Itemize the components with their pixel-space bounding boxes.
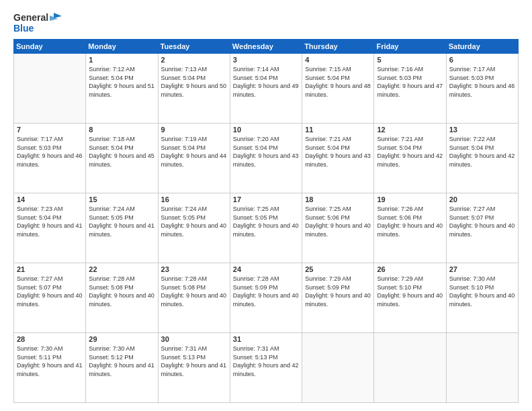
cell-daylight: Daylight: 9 hours and 42 minutes. bbox=[377, 152, 443, 168]
calendar-cell: 14 Sunrise: 7:23 AM Sunset: 5:04 PM Dayl… bbox=[14, 193, 86, 263]
calendar-cell: 10 Sunrise: 7:20 AM Sunset: 5:04 PM Dayl… bbox=[230, 124, 302, 193]
day-number: 26 bbox=[377, 265, 443, 273]
calendar-cell: 15 Sunrise: 7:24 AM Sunset: 5:05 PM Dayl… bbox=[86, 193, 158, 263]
cell-sunset: Sunset: 5:04 PM bbox=[305, 144, 350, 151]
calendar-cell: 16 Sunrise: 7:24 AM Sunset: 5:05 PM Dayl… bbox=[158, 193, 230, 263]
calendar-cell: 9 Sunrise: 7:19 AM Sunset: 5:04 PM Dayli… bbox=[158, 124, 230, 193]
cell-sunset: Sunset: 5:04 PM bbox=[305, 75, 350, 81]
day-number: 31 bbox=[233, 335, 299, 343]
cell-sunrise: Sunrise: 7:27 AM bbox=[449, 205, 496, 212]
calendar-week-row: 7 Sunrise: 7:17 AM Sunset: 5:03 PM Dayli… bbox=[14, 124, 519, 193]
cell-sunrise: Sunrise: 7:17 AM bbox=[449, 66, 496, 73]
cell-sunset: Sunset: 5:04 PM bbox=[17, 214, 62, 221]
weekday-header-saturday: Saturday bbox=[446, 40, 518, 54]
day-number: 29 bbox=[89, 335, 154, 343]
cell-sunset: Sunset: 5:03 PM bbox=[377, 75, 422, 81]
cell-sunrise: Sunrise: 7:20 AM bbox=[233, 136, 279, 142]
cell-sunrise: Sunrise: 7:29 AM bbox=[305, 275, 351, 282]
day-number: 28 bbox=[17, 335, 83, 343]
cell-sunrise: Sunrise: 7:21 AM bbox=[305, 136, 351, 142]
cell-daylight: Daylight: 9 hours and 40 minutes. bbox=[233, 222, 299, 238]
cell-sunset: Sunset: 5:06 PM bbox=[305, 214, 350, 221]
weekday-header-monday: Monday bbox=[86, 40, 158, 54]
cell-daylight: Daylight: 9 hours and 41 minutes. bbox=[161, 362, 227, 377]
cell-sunrise: Sunrise: 7:21 AM bbox=[377, 136, 423, 142]
cell-daylight: Daylight: 9 hours and 40 minutes. bbox=[161, 292, 227, 308]
weekday-header-thursday: Thursday bbox=[302, 40, 374, 54]
cell-sunset: Sunset: 5:10 PM bbox=[449, 284, 494, 291]
cell-sunrise: Sunrise: 7:30 AM bbox=[17, 345, 63, 352]
calendar-week-row: 14 Sunrise: 7:23 AM Sunset: 5:04 PM Dayl… bbox=[14, 193, 519, 263]
calendar-week-row: 1 Sunrise: 7:12 AM Sunset: 5:04 PM Dayli… bbox=[14, 54, 519, 124]
weekday-header-sunday: Sunday bbox=[14, 40, 86, 54]
calendar-cell: 30 Sunrise: 7:31 AM Sunset: 5:13 PM Dayl… bbox=[158, 333, 230, 403]
cell-daylight: Daylight: 9 hours and 40 minutes. bbox=[377, 222, 443, 238]
cell-sunrise: Sunrise: 7:30 AM bbox=[89, 345, 135, 352]
calendar-cell: 2 Sunrise: 7:13 AM Sunset: 5:04 PM Dayli… bbox=[158, 54, 230, 124]
day-number: 4 bbox=[305, 56, 371, 64]
day-number: 12 bbox=[377, 126, 443, 134]
cell-sunrise: Sunrise: 7:18 AM bbox=[89, 136, 135, 142]
calendar-cell: 27 Sunrise: 7:30 AM Sunset: 5:10 PM Dayl… bbox=[446, 263, 518, 333]
cell-sunset: Sunset: 5:03 PM bbox=[17, 144, 62, 151]
cell-sunset: Sunset: 5:08 PM bbox=[89, 284, 134, 291]
calendar-cell bbox=[302, 333, 374, 403]
cell-sunset: Sunset: 5:13 PM bbox=[161, 354, 206, 361]
calendar-cell: 7 Sunrise: 7:17 AM Sunset: 5:03 PM Dayli… bbox=[14, 124, 86, 193]
cell-sunrise: Sunrise: 7:30 AM bbox=[449, 275, 496, 282]
cell-sunrise: Sunrise: 7:22 AM bbox=[449, 136, 496, 142]
cell-sunset: Sunset: 5:11 PM bbox=[17, 354, 62, 361]
day-number: 15 bbox=[89, 195, 154, 203]
calendar-cell: 6 Sunrise: 7:17 AM Sunset: 5:03 PM Dayli… bbox=[446, 54, 518, 124]
calendar-week-row: 21 Sunrise: 7:27 AM Sunset: 5:07 PM Dayl… bbox=[14, 263, 519, 333]
calendar-table: SundayMondayTuesdayWednesdayThursdayFrid… bbox=[13, 39, 519, 403]
day-number: 21 bbox=[17, 265, 83, 273]
cell-sunset: Sunset: 5:06 PM bbox=[377, 214, 422, 221]
cell-sunset: Sunset: 5:05 PM bbox=[161, 214, 206, 221]
calendar-cell: 11 Sunrise: 7:21 AM Sunset: 5:04 PM Dayl… bbox=[302, 124, 374, 193]
day-number: 7 bbox=[17, 126, 83, 134]
calendar-cell: 8 Sunrise: 7:18 AM Sunset: 5:04 PM Dayli… bbox=[86, 124, 158, 193]
calendar-cell bbox=[14, 54, 86, 124]
logo: General Blue bbox=[13, 12, 62, 34]
cell-sunrise: Sunrise: 7:14 AM bbox=[233, 66, 279, 73]
cell-sunrise: Sunrise: 7:31 AM bbox=[233, 345, 279, 352]
cell-daylight: Daylight: 9 hours and 41 minutes. bbox=[89, 222, 154, 238]
calendar-cell: 13 Sunrise: 7:22 AM Sunset: 5:04 PM Dayl… bbox=[446, 124, 518, 193]
calendar-cell: 22 Sunrise: 7:28 AM Sunset: 5:08 PM Dayl… bbox=[86, 263, 158, 333]
cell-daylight: Daylight: 9 hours and 40 minutes. bbox=[377, 292, 443, 308]
cell-daylight: Daylight: 9 hours and 40 minutes. bbox=[305, 292, 371, 308]
day-number: 8 bbox=[89, 126, 154, 134]
cell-daylight: Daylight: 9 hours and 41 minutes. bbox=[17, 362, 83, 377]
calendar-cell: 25 Sunrise: 7:29 AM Sunset: 5:09 PM Dayl… bbox=[302, 263, 374, 333]
cell-sunset: Sunset: 5:04 PM bbox=[449, 144, 494, 151]
cell-sunset: Sunset: 5:04 PM bbox=[161, 75, 206, 81]
logo-general: General bbox=[13, 12, 48, 23]
calendar-cell: 12 Sunrise: 7:21 AM Sunset: 5:04 PM Dayl… bbox=[374, 124, 446, 193]
cell-sunset: Sunset: 5:07 PM bbox=[449, 214, 494, 221]
cell-daylight: Daylight: 9 hours and 41 minutes. bbox=[17, 222, 83, 238]
day-number: 10 bbox=[233, 126, 299, 134]
cell-sunrise: Sunrise: 7:28 AM bbox=[161, 275, 208, 282]
cell-daylight: Daylight: 9 hours and 43 minutes. bbox=[305, 152, 371, 168]
cell-daylight: Daylight: 9 hours and 46 minutes. bbox=[449, 83, 515, 98]
day-number: 25 bbox=[305, 265, 371, 273]
day-number: 13 bbox=[449, 126, 515, 134]
day-number: 19 bbox=[377, 195, 443, 203]
cell-sunset: Sunset: 5:04 PM bbox=[161, 144, 206, 151]
cell-daylight: Daylight: 9 hours and 40 minutes. bbox=[449, 222, 515, 238]
weekday-header-tuesday: Tuesday bbox=[158, 40, 230, 54]
calendar-cell: 19 Sunrise: 7:26 AM Sunset: 5:06 PM Dayl… bbox=[374, 193, 446, 263]
cell-sunrise: Sunrise: 7:17 AM bbox=[17, 136, 63, 142]
cell-sunset: Sunset: 5:04 PM bbox=[377, 144, 422, 151]
cell-sunset: Sunset: 5:08 PM bbox=[161, 284, 206, 291]
calendar-cell: 26 Sunrise: 7:29 AM Sunset: 5:10 PM Dayl… bbox=[374, 263, 446, 333]
cell-sunrise: Sunrise: 7:24 AM bbox=[161, 205, 208, 212]
day-number: 30 bbox=[161, 335, 227, 343]
day-number: 24 bbox=[233, 265, 299, 273]
cell-daylight: Daylight: 9 hours and 40 minutes. bbox=[449, 292, 515, 308]
calendar-cell: 4 Sunrise: 7:15 AM Sunset: 5:04 PM Dayli… bbox=[302, 54, 374, 124]
logo-blue: Blue bbox=[13, 23, 34, 34]
calendar-week-row: 28 Sunrise: 7:30 AM Sunset: 5:11 PM Dayl… bbox=[14, 333, 519, 403]
day-number: 18 bbox=[305, 195, 371, 203]
